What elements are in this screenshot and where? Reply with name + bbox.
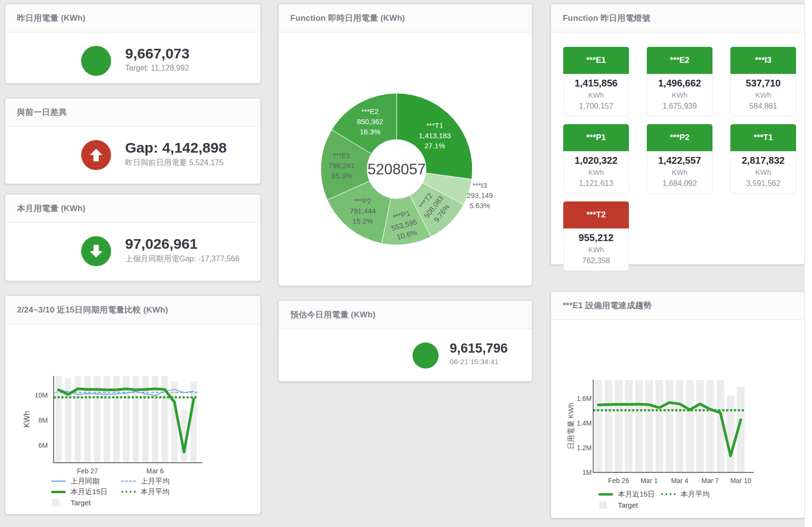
panel-title: 昨日用電量 (KWh)	[17, 13, 85, 24]
target-bar	[595, 380, 602, 472]
tile-body: 2,817,832KWh3,591,562	[730, 151, 796, 194]
legend-item[interactable]: 上月平均	[121, 476, 170, 486]
legend-item[interactable]: Target	[51, 497, 121, 508]
y-tick-label: 1.2M	[577, 444, 592, 452]
tile-name: ***E2	[647, 47, 712, 74]
stat-value: 97,026,961	[125, 236, 240, 252]
page-right-margin	[805, 0, 812, 527]
legend-label: 本月近15日	[71, 487, 108, 497]
legend-item[interactable]: 上月同期	[51, 476, 121, 486]
tile-value: 537,710	[731, 77, 796, 89]
tile-body: 1,415,856KWh1,700,157	[563, 74, 629, 116]
tile-value: 1,020,322	[564, 155, 628, 167]
tile-body: 1,422,557KWh1,684,092	[647, 151, 712, 194]
card-header: 預估今日用電量 (KWh)	[279, 301, 532, 329]
tile-body: 537,710KWh584,861	[730, 74, 796, 116]
stat-sub-label: Target: 11,128,992	[125, 64, 189, 72]
donut-center-total: 5208057	[368, 161, 426, 178]
target-bar	[645, 380, 653, 472]
legend-label: 上月同期	[71, 477, 100, 486]
donut-chart-svg[interactable]: ***T11,413,18327.1%***I3293,1495.63%***T…	[279, 4, 533, 286]
target-bar	[666, 380, 673, 472]
tile-value: 955,212	[564, 232, 628, 244]
y-tick-label: 1.4M	[577, 419, 592, 427]
x-tick-label: Mar 1	[641, 477, 658, 484]
card-month-usage: 本月用電量 (KWh) 97,026,961 上個月同期用電Gap: -17,3…	[5, 194, 261, 281]
tile-body: 1,020,322KWh1,121,613	[563, 151, 629, 194]
y-axis-label: 日用電量 KWh	[567, 403, 575, 450]
stat-value: 9,667,073	[125, 46, 189, 61]
tile-name: ***T1	[730, 124, 796, 151]
status-tile-T1[interactable]: ***T12,817,832KWh3,591,562	[730, 124, 796, 194]
status-tile-P1[interactable]: ***P11,020,322KWh1,121,613	[563, 124, 629, 194]
e1-trend-chart-svg[interactable]: 1M1.2M1.4M1.6MFeb 26Mar 1Mar 4Mar 7Mar 1…	[551, 292, 805, 519]
x-tick-label: Mar 7	[701, 477, 719, 484]
tile-name: ***P2	[647, 124, 712, 151]
legend-swatch-line-green	[51, 491, 66, 493]
panel-title: 預估今日用電量 (KWh)	[290, 309, 375, 320]
arrow-up-circle-icon	[81, 140, 111, 170]
arrow-down-circle-icon	[81, 236, 111, 266]
y-tick-label: 10M	[35, 391, 48, 399]
legend-item[interactable]: 本月近15日	[51, 486, 121, 497]
status-circle-icon	[413, 342, 439, 369]
y-tick-label: 1M	[583, 469, 592, 476]
target-bar	[615, 380, 623, 472]
target-bar	[727, 396, 734, 472]
card-header: 昨日用電量 (KWh)	[5, 4, 260, 32]
tile-unit: KWh	[647, 89, 712, 100]
y-tick-label: 8M	[39, 416, 48, 424]
legend-swatch-dot-green	[661, 493, 676, 495]
tile-value: 1,415,856	[564, 77, 628, 89]
x-tick-label: Mar 6	[146, 467, 164, 475]
target-bar	[676, 380, 684, 472]
x-tick-label: Feb 27	[77, 467, 98, 475]
stat-value: Gap: 4,142,898	[125, 140, 227, 156]
legend-label: 本月平均	[141, 487, 170, 497]
legend-swatch-dot-green	[121, 491, 136, 493]
tile-body: 955,212KWh762,358	[563, 228, 629, 271]
tile-secondary-value: 762,358	[564, 255, 628, 266]
legend-item[interactable]: 本月近15日	[598, 489, 661, 499]
tile-secondary-value: 1,121,613	[564, 178, 628, 189]
legend-label: Target	[618, 501, 638, 509]
card-header: Function 昨日用電燈號	[551, 4, 804, 32]
card-realtime-donut: Function 即時日用電量 (KWh) ***T11,413,18327.1…	[278, 4, 532, 286]
y-tick-label: 1.6M	[577, 395, 592, 402]
legend-label: 上月平均	[141, 477, 170, 486]
card-gap-previous-day: 與前一日差異 Gap: 4,142,898 昨日與前日用電量 5,524,175	[5, 98, 261, 184]
target-bar	[191, 381, 197, 463]
tile-name: ***T2	[563, 201, 629, 228]
tile-unit: KWh	[564, 89, 628, 100]
x-tick-label: Feb 26	[608, 477, 629, 484]
tile-name: ***I3	[730, 47, 796, 74]
target-bar	[635, 380, 643, 472]
status-tile-E1[interactable]: ***E11,415,856KWh1,700,157	[563, 47, 629, 116]
tile-secondary-value: 1,700,157	[564, 100, 628, 112]
status-tile-grid: ***E11,415,856KWh1,700,157***E21,496,662…	[563, 47, 796, 271]
tile-name: ***E1	[563, 47, 629, 74]
legend-item[interactable]: Target	[598, 499, 661, 510]
panel-title: 與前一日差異	[17, 107, 67, 118]
panel-title: 本月用電量 (KWh)	[17, 203, 85, 214]
target-bar	[696, 380, 704, 472]
status-tile-P2[interactable]: ***P21,422,557KWh1,684,092	[647, 124, 712, 194]
tile-value: 2,817,832	[731, 155, 796, 167]
legend-label: 本月平均	[681, 490, 710, 499]
tile-unit: KWh	[731, 167, 796, 178]
y-axis-label: KWh	[23, 411, 31, 428]
x-tick-label: Mar 4	[671, 477, 688, 484]
legend-item[interactable]: 本月平均	[121, 486, 170, 497]
legend-item[interactable]: 本月平均	[661, 489, 710, 499]
card-e1-trend-chart: ***E1 設備用電達成趨勢 1M1.2M1.4M1.6MFeb 26Mar 1…	[551, 291, 805, 518]
status-tile-T2[interactable]: ***T2955,212KWh762,358	[563, 201, 629, 271]
status-tile-I3[interactable]: ***I3537,710KWh584,861	[730, 47, 796, 116]
target-bar	[686, 380, 694, 472]
tile-value: 1,422,557	[647, 155, 712, 167]
tile-secondary-value: 584,861	[731, 100, 796, 112]
tile-unit: KWh	[647, 167, 712, 178]
arrow-up-icon	[87, 146, 105, 164]
tile-body: 1,496,662KWh1,675,939	[647, 74, 712, 116]
stat-sub-label: 昨日與前日用電量 5,524,175	[125, 158, 227, 168]
status-tile-E2[interactable]: ***E21,496,662KWh1,675,939	[647, 47, 712, 116]
